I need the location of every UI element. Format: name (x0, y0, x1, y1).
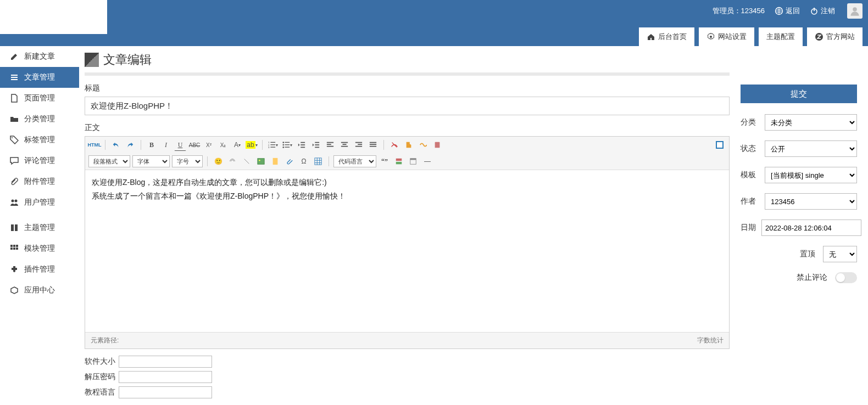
strike-button[interactable]: ABC (188, 139, 201, 151)
home-icon (647, 32, 655, 41)
body-label: 正文 (85, 123, 730, 133)
svg-point-3 (853, 7, 857, 12)
underline-button[interactable]: U (174, 139, 186, 151)
attach-button[interactable] (283, 155, 296, 167)
link-button[interactable] (226, 155, 238, 167)
user-area: 管理员：123456 返回 注销 (713, 3, 863, 19)
formatmatch-button[interactable] (403, 139, 415, 151)
extra-input-size[interactable] (119, 356, 212, 368)
undo-button[interactable] (110, 139, 122, 151)
edit-icon (10, 52, 19, 61)
status-select[interactable]: 公开 (765, 140, 857, 157)
sidebar-item-modules: 模块管理 (10, 244, 69, 254)
author-select[interactable]: 123456 (765, 193, 857, 210)
tab-theme-config[interactable]: 主题配置 (759, 27, 803, 46)
hr-button[interactable]: — (421, 155, 433, 167)
font-select[interactable]: 字体 (132, 155, 170, 167)
sidebar-item-categories: 分类管理 (10, 114, 69, 124)
svg-rect-33 (301, 144, 305, 145)
title-input[interactable] (85, 97, 730, 115)
nocomment-label: 禁止评论 (797, 273, 827, 283)
avatar[interactable] (847, 3, 863, 19)
pagebreak-button[interactable] (393, 155, 405, 167)
sidebar-item-new-post: 新建文章 (10, 52, 69, 61)
module-icon (10, 244, 19, 253)
forecolor-button[interactable]: A▾ (231, 139, 243, 151)
svg-rect-39 (327, 144, 331, 145)
unordered-list-button[interactable]: ▾ (281, 139, 293, 151)
superscript-button[interactable]: X² (203, 139, 215, 151)
backcolor-button[interactable]: ab▾ (246, 139, 258, 151)
editor-toolbar: HTML B I U ABC X² X₂ A▾ ab▾ 123▾ ▾ (85, 137, 729, 170)
image-button[interactable] (255, 155, 267, 167)
svg-rect-13 (15, 224, 18, 231)
svg-rect-61 (396, 159, 402, 161)
svg-rect-43 (341, 146, 348, 147)
editor: HTML B I U ABC X² X₂ A▾ ab▾ 123▾ ▾ (85, 136, 730, 349)
svg-rect-44 (355, 142, 362, 143)
pasteplain-button[interactable] (431, 139, 443, 151)
svg-rect-56 (315, 158, 321, 165)
logout-link[interactable]: 注销 (810, 6, 835, 16)
codelang-select[interactable]: 代码语言 (333, 155, 376, 167)
subscript-button[interactable]: X₂ (217, 139, 229, 151)
paragraph-select[interactable]: 段落格式 (88, 155, 130, 167)
svg-rect-8 (11, 79, 18, 80)
template-button[interactable] (407, 155, 419, 167)
svg-rect-14 (10, 245, 13, 247)
removeformat-button[interactable] (388, 139, 400, 151)
bold-button[interactable]: B (146, 139, 158, 151)
sidebar: 新建文章 文章管理 页面管理 分类管理 标签管理 评论管理 附件管理 用户管理 … (0, 46, 79, 405)
symbol-button[interactable]: Ω (298, 155, 310, 167)
extra-input-lang[interactable] (119, 386, 212, 398)
page-icon (10, 94, 19, 103)
align-center-button[interactable] (338, 139, 350, 151)
tab-dashboard[interactable]: 后台首页 (639, 27, 694, 46)
tag-icon (10, 136, 19, 144)
back-link[interactable]: 返回 (775, 6, 800, 16)
table-button[interactable] (312, 155, 324, 167)
file-button[interactable] (269, 155, 281, 167)
svg-rect-29 (285, 144, 290, 145)
align-justify-button[interactable] (367, 139, 379, 151)
source-button[interactable]: HTML (88, 139, 101, 151)
italic-button[interactable]: I (160, 139, 172, 151)
submit-button[interactable]: 提交 (741, 85, 857, 103)
svg-point-4 (710, 36, 712, 38)
ordered-list-button[interactable]: 123▾ (267, 139, 279, 151)
svg-rect-53 (258, 159, 264, 165)
tab-official[interactable]: 官方网站 (807, 27, 863, 46)
extra-label-lang: 教程语言 (85, 387, 119, 397)
sticky-select[interactable]: 无 (823, 246, 857, 262)
editor-body[interactable]: 欢迎使用Z-Blog，这是程序自动生成的文章，您可以删除或是编辑它:) 系统生成… (85, 170, 729, 332)
admin-label: 管理员：123456 (713, 6, 765, 16)
header-tabs: 后台首页 网站设置 主题配置 官方网站 (639, 27, 863, 46)
svg-point-9 (12, 137, 13, 138)
tab-settings[interactable]: 网站设置 (699, 27, 754, 46)
redo-button[interactable] (124, 139, 136, 151)
template-select[interactable]: [当前模板] single (765, 167, 857, 183)
indent-button[interactable] (310, 139, 322, 151)
align-right-button[interactable] (353, 139, 365, 151)
svg-rect-17 (10, 248, 13, 250)
svg-rect-38 (327, 142, 333, 143)
fullscreen-button[interactable] (714, 139, 726, 151)
extra-input-pwd[interactable] (119, 371, 212, 383)
nocomment-toggle[interactable] (835, 272, 857, 283)
unlink-button[interactable] (241, 155, 253, 167)
emoji-button[interactable]: 🙂 (212, 155, 224, 167)
fontsize-select[interactable]: 字号 (172, 155, 203, 167)
extra-label-size: 软件大小 (85, 357, 119, 367)
svg-point-30 (282, 147, 284, 148)
outdent-button[interactable] (296, 139, 308, 151)
svg-rect-31 (285, 147, 290, 148)
word-count[interactable]: 字数统计 (697, 336, 724, 345)
blockquote-button[interactable]: “” (379, 155, 391, 167)
align-left-button[interactable] (324, 139, 336, 151)
sticky-label: 置顶 (800, 249, 815, 259)
attach-icon (10, 177, 19, 186)
autotypeset-button[interactable] (417, 139, 429, 151)
date-input[interactable] (761, 220, 861, 236)
category-select[interactable]: 未分类 (765, 114, 857, 131)
svg-rect-7 (11, 77, 18, 78)
